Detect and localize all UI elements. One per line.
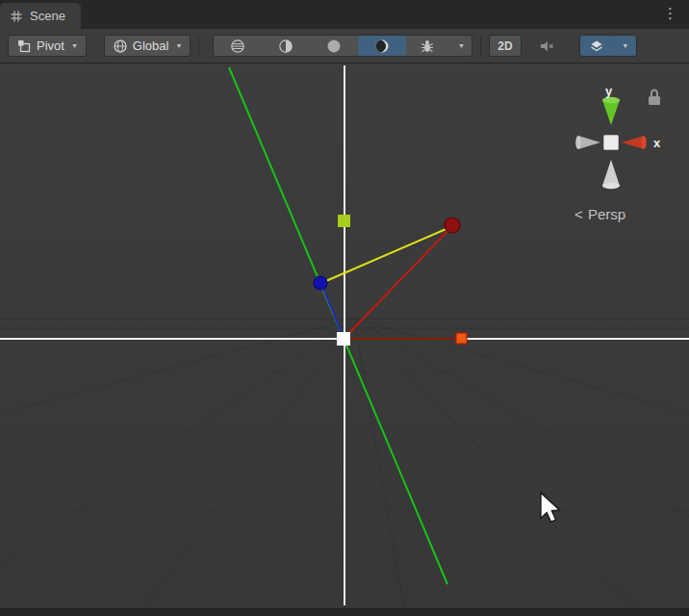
grid-ray-right-2	[354, 319, 689, 414]
sphere-crescent-icon	[374, 38, 390, 54]
view-options-dropdown[interactable]: ▼	[448, 36, 472, 56]
chevron-down-icon: ▼	[622, 42, 628, 49]
gizmo-y-cone[interactable]	[602, 97, 620, 125]
yellow-segment	[321, 227, 450, 283]
origin-white-square-handle[interactable]	[337, 332, 350, 346]
blue-segment	[321, 284, 344, 338]
orientation-gizmo: y x < Persp	[574, 84, 661, 222]
gizmo-center-cube[interactable]	[604, 136, 619, 150]
mouse-cursor-icon	[541, 493, 560, 522]
scene-viewport[interactable]: y x < Persp	[0, 64, 689, 616]
sphere-wireframe-button[interactable]	[214, 36, 262, 56]
toolbar-separator	[480, 37, 481, 56]
scene-toolbar: Pivot ▼ Global ▼	[0, 29, 689, 64]
tab-scene[interactable]: Scene	[0, 3, 81, 29]
grid-ray-bottom-1	[144, 319, 354, 608]
scene-tab-grid-icon	[10, 10, 23, 23]
maroon-sphere-handle[interactable]	[445, 218, 460, 233]
pivot-label: Pivot	[37, 38, 64, 53]
toolbar-separator	[198, 37, 199, 56]
grid-ray-right-1	[354, 319, 689, 516]
gizmo-x-label: x	[653, 136, 661, 150]
pivot-icon	[16, 38, 32, 54]
green-square-handle[interactable]	[338, 215, 350, 227]
bug-icon	[420, 38, 435, 54]
chevron-down-icon: ▼	[175, 42, 182, 49]
audio-mute-button[interactable]	[533, 35, 562, 57]
tab-overflow-menu-icon[interactable]: ⋮	[659, 3, 681, 24]
global-label: Global	[133, 38, 169, 53]
globe-icon	[113, 38, 128, 54]
gizmo-left-cone[interactable]	[575, 136, 600, 149]
2d-toggle-button[interactable]: 2D	[489, 35, 521, 57]
grid-ray-left-2	[0, 319, 354, 564]
debug-gizmos-button[interactable]	[406, 36, 448, 56]
2d-label: 2D	[498, 39, 512, 53]
blue-sphere-handle[interactable]	[314, 276, 327, 290]
camera-projection-label[interactable]: < Persp	[574, 206, 625, 222]
gizmo-bottom-cone[interactable]	[602, 160, 620, 189]
audio-muted-icon	[539, 38, 555, 54]
scene-visibility-dropdown[interactable]: ▼	[613, 36, 636, 56]
sphere-shaded-button[interactable]	[358, 36, 406, 56]
tab-bar: Scene ⋮	[0, 0, 689, 29]
pivot-dropdown[interactable]: Pivot ▼	[8, 35, 87, 57]
scene-canvas[interactable]: y x < Persp	[0, 64, 689, 608]
orange-square-handle[interactable]	[456, 333, 467, 344]
gizmo-y-label: y	[605, 84, 613, 98]
sphere-solid-icon	[326, 38, 342, 54]
sphere-outline-icon	[230, 38, 245, 54]
sphere-half-shaded-button[interactable]	[262, 36, 310, 56]
scene-visibility-button[interactable]	[580, 36, 613, 56]
chevron-down-icon: ▼	[71, 42, 78, 49]
red-segment	[344, 229, 449, 338]
scene-visibility-group: ▼	[579, 35, 637, 57]
global-dropdown[interactable]: Global ▼	[104, 35, 191, 57]
view-options-group: ▼	[213, 35, 472, 57]
sphere-half-icon	[278, 38, 293, 54]
projection-arrow-icon: <	[574, 206, 583, 222]
layers-icon	[589, 38, 604, 54]
unity-scene-window: Scene ⋮ Pivot ▼ Global ▼	[0, 0, 689, 616]
grid-ray-left-1	[0, 319, 354, 414]
sphere-solid-button[interactable]	[310, 36, 358, 56]
projection-label-text: Persp	[588, 206, 625, 222]
lock-icon[interactable]	[649, 90, 660, 105]
chevron-down-icon: ▼	[458, 42, 465, 49]
gizmo-x-cone[interactable]	[622, 136, 647, 149]
tab-label: Scene	[30, 9, 65, 23]
